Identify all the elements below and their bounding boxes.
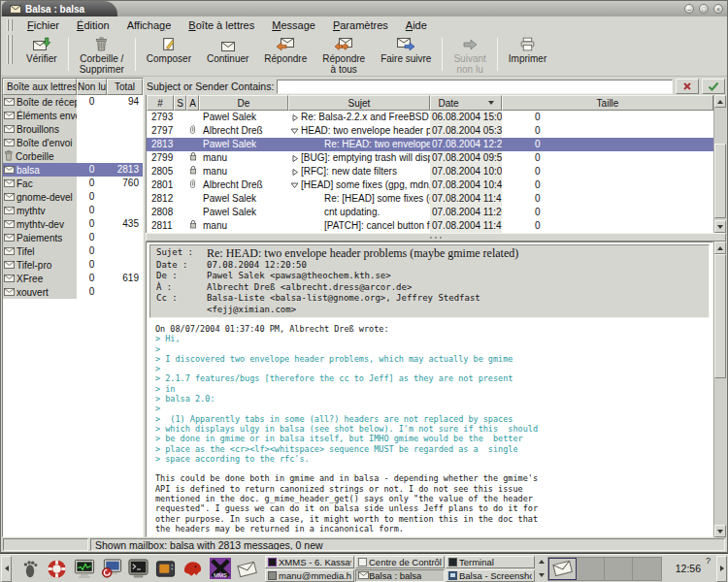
column-header-de[interactable]: De [199,95,288,111]
launcher-help-browser[interactable] [45,557,69,581]
column-header-date[interactable]: Date [430,95,502,111]
mailbox-row-mythtv-dev[interactable]: mythtv-dev0435 [3,217,143,231]
thread-down-icon[interactable] [290,181,299,189]
toolbar-ve-rifier[interactable]: Vérifier [18,35,65,65]
message-row[interactable]: 2793Pawel SalekRe: Balsa-2.2.x and FreeB… [147,111,713,124]
task-button-xmms-6-kassav-e[interactable]: XMMS - 6. Kassav - E [265,556,354,568]
mailbox-row-xfree[interactable]: XFree0619 [3,272,143,285]
mailbox-row-boi-te-de-re-ception[interactable]: Boîte de réception094 [3,95,143,109]
mailbox-row-paiements[interactable]: Paiements0 [3,231,143,244]
launcher-video-player[interactable] [153,557,178,581]
toolbar-corbeille[interactable]: Corbeille / Supprimer [72,35,132,76]
scroll-down-arrow[interactable] [714,220,726,233]
mailbox-row-gnome-devel[interactable]: gnome-devel0 [3,190,143,204]
toolbar-imprimer[interactable]: Imprimer [501,35,554,65]
message-row[interactable]: 2801Albrecht Dreß[HEAD] some fixes (gpg,… [147,178,713,192]
thread-down-icon[interactable] [290,127,299,135]
message-row[interactable]: 2797Albrecht DreßHEAD: two envelope head… [147,124,713,138]
workspace-3[interactable] [605,558,633,580]
envelope-icon [4,138,15,148]
minimize-button[interactable]: – [684,4,694,14]
column-header-non-lu[interactable]: Non lu [77,79,107,95]
column-header-total[interactable]: Total [107,79,143,95]
message-list-scrollbar[interactable] [713,95,726,233]
mailbox-unread-count: 0 [77,244,107,258]
launcher-mozilla[interactable] [181,557,205,581]
thread-right-icon[interactable] [290,168,299,177]
mailbox-row-tifel[interactable]: Tifel0 [3,244,143,258]
preview-scrollbar[interactable] [713,242,726,537]
print-icon [519,36,536,51]
pane-splitter[interactable] [146,233,726,242]
message-row[interactable]: 2799manu[BUG]: emptying trash will displ… [147,151,713,165]
task-button-terminal[interactable]: Terminal [446,556,535,568]
column-header-sujet[interactable]: Sujet [288,95,430,111]
launcher-system-monitor[interactable] [72,557,96,581]
column-header-[interactable]: # [147,95,174,111]
toolbar-composer[interactable]: Composer [139,35,199,65]
toolbar-faire-suivre[interactable]: Faire suivre [373,35,439,65]
mailbox-row-xouvert[interactable]: xouvert0 [3,285,143,299]
task-button-centre-de-contro-le-m[interactable]: Centre de Contrôle M [355,556,445,568]
column-header-taille[interactable]: Taille [502,95,713,111]
tasklist-scroll[interactable] [537,556,546,582]
menu-item-message[interactable]: Message [263,18,324,32]
mailbox-row-balsa[interactable]: balsa02813 [3,163,143,177]
attachment-cell [186,192,199,206]
window-title-tab[interactable]: Balsa : balsa [2,1,117,16]
panel-hide-right-button[interactable] [716,556,727,582]
launcher-terminal[interactable] [126,557,150,581]
mailbox-row-boi-te-d-envoi[interactable]: Boîte d'envoi [3,136,143,149]
column-header-a[interactable]: A [186,95,199,111]
launcher-gnome-menu[interactable] [17,557,42,581]
toolbar-continuer[interactable]: Continuer [199,35,256,65]
toolbar-drag-handle[interactable] [7,35,13,64]
workspace-1[interactable] [548,558,577,580]
scroll-up-arrow[interactable] [714,242,726,254]
toolbar-re-pondre[interactable]: Répondre à tous [314,35,373,76]
toolbar-label: Répondre [264,53,307,64]
scroll-up-arrow[interactable] [714,95,726,108]
menu-item-fichier[interactable]: Fichier [18,18,68,32]
scroll-down-arrow[interactable] [714,525,726,537]
mailbox-row-e-le-ments-envoye-s[interactable]: Éléments envoyés [3,109,143,122]
message-row[interactable]: 2808Pawel Salekcnt updating.07.08.2004 1… [147,206,713,219]
menu-item-boi-te-a-lettres[interactable]: Boîte à lettres [180,18,263,32]
scrollbar-thumb[interactable] [714,144,726,218]
filter-input[interactable] [277,80,673,94]
thread-right-icon[interactable] [290,154,299,163]
message-row[interactable]: 2813Pawel SalekRe: HEAD: two envelope he… [147,138,713,151]
mailbox-row-fac[interactable]: Fac0760 [3,177,143,190]
menubar-drag-handle[interactable] [7,19,13,31]
menu-item-parame-tres[interactable]: Paramètres [324,18,397,32]
task-button-balsa-screenshots[interactable]: Balsa - Screenshots - [446,569,535,582]
mailbox-row-corbeille[interactable]: Corbeille [3,149,143,163]
maximize-button[interactable]: □ [699,4,709,14]
thread-right-icon[interactable] [290,113,299,122]
column-header-boi-te-aux-lettres[interactable]: Boîte aux lettres [3,79,77,95]
message-row[interactable]: 2812Pawel SalekRe: [HEAD] some fixes (gp… [147,192,713,206]
mailbox-row-tifel-pro[interactable]: Tifel-pro0 [3,258,143,272]
menu-item-aide[interactable]: Aide [397,18,436,32]
filter-clear-button[interactable] [676,79,699,94]
menu-item-affichage[interactable]: Affichage [118,18,181,32]
workspace-4[interactable] [633,558,661,580]
close-button[interactable]: × [713,4,723,14]
launcher-mail-client[interactable] [235,557,259,581]
task-button-balsa-balsa[interactable]: Balsa : balsa [355,569,445,582]
panel-hide-left-button[interactable] [1,556,12,582]
scrollbar-thumb[interactable] [714,254,726,378]
column-header-s[interactable]: S [174,95,186,111]
workspace-2[interactable] [577,558,605,580]
task-button-manu-mmedia-hom[interactable]: manu@mmedia.hom [265,569,354,582]
launcher-display-settings[interactable] [99,557,123,581]
message-row[interactable]: 2805manu[RFC]: new date filters07.08.200… [147,165,713,178]
toolbar-re-pondre[interactable]: Répondre [256,35,314,65]
filter-apply-button[interactable] [702,79,725,94]
message-row[interactable]: 2811manu[PATCH]: cancel button for subje… [147,219,713,233]
menu-item-e-dition[interactable]: Édition [68,18,118,32]
launcher-xmms[interactable]: MMS [208,557,232,581]
mailbox-row-mythtv[interactable]: mythtv0 [3,204,143,217]
mailbox-row-brouillons[interactable]: Brouillons [3,122,143,136]
titlebar[interactable]: Balsa : balsa – □ × [1,1,727,16]
